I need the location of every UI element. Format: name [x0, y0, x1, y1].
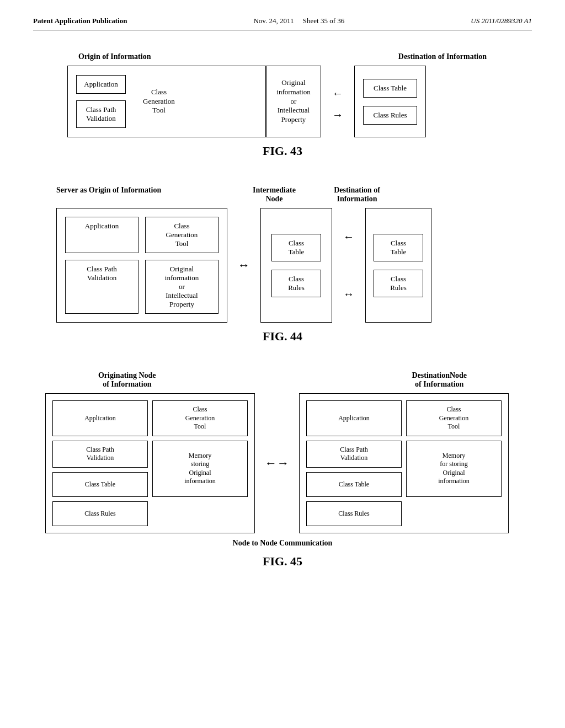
- fig43-arrows: ← →: [321, 66, 354, 137]
- fig44-arrows-right: ← ↔: [332, 208, 365, 323]
- fig43-labels: Origin of Information Destination of Inf…: [67, 52, 498, 61]
- fig43-classtable-box: Class Table: [363, 79, 417, 98]
- fig43-classgen-tool: Class Generation Tool: [137, 88, 181, 116]
- fig44-header-right: Destination of Information: [316, 186, 398, 204]
- fig45-right-app: Application: [306, 400, 402, 436]
- header-date: Nov. 24, 2011: [253, 17, 294, 25]
- fig44-header-row: Server as Origin of Information Intermed…: [56, 186, 509, 204]
- fig45-header-row: Originating Node of Information Destinat…: [45, 371, 520, 389]
- fig43-left-col1: Application Class Path Validation: [76, 75, 126, 128]
- fig43-middle-box: Original information or Intellectual Pro…: [266, 66, 321, 137]
- fig44-label: FIG. 44: [33, 329, 532, 344]
- fig44-right-classtable: Class Table: [374, 234, 423, 261]
- fig45-left-classrules: Class Rules: [52, 501, 148, 526]
- fig43-arrow-left: ←: [332, 87, 343, 100]
- header-date-sheet: Nov. 24, 2011 Sheet 35 of 36: [253, 17, 344, 25]
- fig44-mid-classrules: Class Rules: [271, 270, 321, 297]
- fig45-left-classpathval: Class Path Validation: [52, 441, 148, 468]
- fig45-header-left: Originating Node of Information: [98, 371, 156, 389]
- fig45-arrow: ←→: [255, 393, 299, 533]
- node-comm-label: Node to Node Communication: [45, 539, 520, 548]
- fig45-right-classpathval: Class Path Validation: [306, 441, 402, 468]
- fig45-right-classgen: Class Generation Tool: [406, 400, 502, 436]
- fig45-left-classgen: Class Generation Tool: [152, 400, 248, 436]
- fig44-original-info: Original information or Intellectual Pro…: [145, 260, 218, 314]
- fig45-section: Originating Node of Information Destinat…: [33, 371, 532, 569]
- fig45-left-classtable: Class Table: [52, 472, 148, 497]
- fig44-header-left: Server as Origin of Information: [56, 186, 233, 204]
- fig44-application: Application: [65, 217, 138, 253]
- fig45-header-right: DestinationNode of Information: [412, 371, 467, 389]
- fig44-section: Server as Origin of Information Intermed…: [33, 186, 532, 344]
- fig45-container: Originating Node of Information Destinat…: [45, 371, 520, 548]
- fig43-classpathvalidation-box: Class Path Validation: [76, 100, 126, 128]
- fig44-center-box: Class Table Class Rules: [260, 208, 332, 323]
- fig43-label: FIG. 43: [33, 144, 532, 158]
- fig44-arrow-right-bot: ↔: [343, 288, 354, 301]
- fig44-right-box: Class Table Class Rules: [365, 208, 431, 323]
- fig43-classrules-box: Class Rules: [363, 106, 417, 125]
- fig44-left-box: Application Class Generation Tool Class …: [56, 208, 227, 323]
- fig44-mid-classtable: Class Table: [271, 234, 321, 261]
- fig44-classpathval: Class Path Validation: [65, 260, 138, 314]
- fig43-application-box: Application: [76, 75, 126, 94]
- fig44-header-mid: Intermediate Node: [233, 186, 316, 204]
- header-patent-number: US 2011/0289320 A1: [471, 17, 532, 25]
- fig45-right-box: Application Class Generation Tool Class …: [299, 393, 509, 533]
- page-header: Patent Application Publication Nov. 24, …: [33, 17, 532, 30]
- fig43-arrow-right: →: [332, 109, 343, 121]
- fig45-left-memory: Memory storing Original information: [152, 441, 248, 497]
- header-publisher: Patent Application Publication: [33, 17, 127, 25]
- fig45-right-classtable: Class Table: [306, 472, 402, 497]
- fig44-right-classrules: Class Rules: [374, 270, 423, 297]
- page: Patent Application Publication Nov. 24, …: [0, 0, 565, 728]
- fig43-left-box: Application Class Path Validation Class …: [67, 66, 266, 137]
- fig45-left-app: Application: [52, 400, 148, 436]
- header-sheet: Sheet 35 of 36: [303, 17, 344, 25]
- fig45-left-box: Application Class Generation Tool Class …: [45, 393, 255, 533]
- fig45-diagram: Application Class Generation Tool Class …: [45, 393, 520, 533]
- fig45-right-classrules: Class Rules: [306, 501, 402, 526]
- fig44-diagram: Application Class Generation Tool Class …: [56, 208, 509, 323]
- fig43-container: Origin of Information Destination of Inf…: [67, 52, 498, 137]
- fig45-right-memory: Memory for storing Original information: [406, 441, 502, 497]
- fig43-right-box: Class Table Class Rules: [354, 66, 426, 137]
- fig43-label-left: Origin of Information: [78, 52, 151, 61]
- fig43-diagram: Application Class Path Validation Class …: [67, 66, 498, 137]
- fig44-classgen: Class Generation Tool: [145, 217, 218, 253]
- fig44-arrow-mid: ↔: [227, 208, 260, 323]
- fig43-label-right: Destination of Information: [398, 52, 487, 61]
- fig44-arrow-right-top: ←: [343, 231, 354, 243]
- fig43-section: Origin of Information Destination of Inf…: [33, 52, 532, 158]
- fig44-container: Server as Origin of Information Intermed…: [56, 186, 509, 323]
- fig45-label: FIG. 45: [33, 554, 532, 569]
